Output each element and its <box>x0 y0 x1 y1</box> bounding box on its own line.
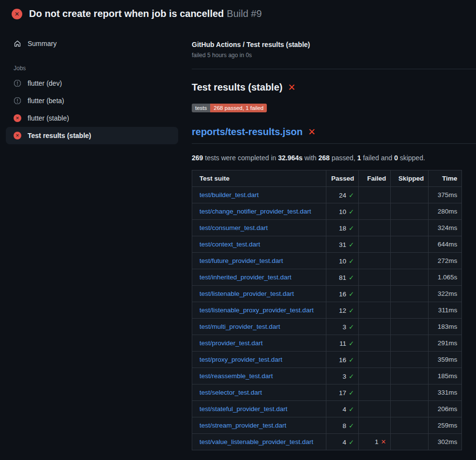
skipped-cell <box>391 187 429 203</box>
sidebar: Summary Jobs flutter (dev)flutter (beta)… <box>0 26 184 144</box>
failed-cell <box>359 335 391 352</box>
sidebar-item-flutter-beta[interactable]: flutter (beta) <box>6 92 178 109</box>
failed-x-icon: ✕ <box>308 126 316 138</box>
passed-cell: 81✓ <box>326 269 359 286</box>
divider <box>192 143 476 144</box>
sidebar-item-test-results-stable[interactable]: ✕Test results (stable) <box>6 127 178 144</box>
table-row: test/change_notifier_provider_test.dart1… <box>192 203 462 220</box>
failed-count: 1 <box>375 438 379 445</box>
jobs-list: flutter (dev)flutter (beta)✕flutter (sta… <box>0 75 184 144</box>
failed-cell <box>359 417 391 434</box>
suite-link[interactable]: test/stateful_provider_test.dart <box>200 405 288 413</box>
suite-link[interactable]: test/stream_provider_test.dart <box>200 422 286 429</box>
passed-count: 11 <box>339 340 346 347</box>
build-number: Build #9 <box>227 8 261 19</box>
check-icon: ✓ <box>349 356 354 364</box>
suite-link[interactable]: test/listenable_provider_test.dart <box>200 290 294 297</box>
table-row: test/stateful_provider_test.dart4✓206ms <box>192 401 462 417</box>
failed-cell <box>359 253 391 269</box>
failed-x-icon: ✕ <box>288 82 295 93</box>
run-status-line: failed 5 hours ago in 0s <box>192 52 476 59</box>
job-label: flutter (dev) <box>28 79 62 87</box>
sidebar-summary-label: Summary <box>28 40 57 47</box>
neutral-octagon-icon <box>14 97 21 105</box>
failed-circle-icon: ✕ <box>14 132 21 139</box>
table-row: test/proxy_provider_test.dart16✓359ms <box>192 352 462 368</box>
passed-count: 3 <box>342 373 346 380</box>
main-content: GitHub Actions / Test results (stable) f… <box>184 26 476 450</box>
table-row: test/listenable_provider_test.dart16✓322… <box>192 286 462 302</box>
suite-link[interactable]: test/reassemble_test.dart <box>200 372 273 380</box>
passed-count: 10 <box>339 258 346 265</box>
time-cell: 183ms <box>429 319 462 335</box>
sidebar-item-flutter-dev[interactable]: flutter (dev) <box>6 75 178 92</box>
suite-cell: test/listenable_proxy_provider_test.dart <box>192 302 326 319</box>
sidebar-item-flutter-stable[interactable]: ✕flutter (stable) <box>6 109 178 127</box>
time-cell: 185ms <box>429 368 462 384</box>
failed-circle-icon: ✕ <box>14 114 21 122</box>
suite-link[interactable]: test/future_provider_test.dart <box>200 257 283 264</box>
suite-link[interactable]: test/selector_test.dart <box>200 389 262 396</box>
table-row: test/provider_test.dart11✓291ms <box>192 335 462 352</box>
report-file-link[interactable]: reports/test-results.json <box>192 126 303 138</box>
time-cell: 259ms <box>429 417 462 434</box>
table-row: test/future_provider_test.dart10✓272ms <box>192 253 462 269</box>
skipped-cell <box>391 269 429 286</box>
passed-count: 17 <box>339 389 346 397</box>
passed-cell: 31✓ <box>326 236 359 253</box>
suite-cell: test/inherited_provider_test.dart <box>192 269 326 286</box>
passed-cell: 3✓ <box>326 319 359 335</box>
passed-count: 8 <box>342 422 346 429</box>
check-icon: ✓ <box>349 373 354 380</box>
skipped-cell <box>391 236 429 253</box>
suite-link[interactable]: test/value_listenable_provider_test.dart <box>200 438 313 445</box>
suite-cell: test/multi_provider_test.dart <box>192 319 326 335</box>
page-header: ✕ Do not create report when job is cance… <box>0 0 476 26</box>
failed-status-icon: ✕ <box>12 9 22 19</box>
table-header-row: Test suitePassedFailedSkippedTime <box>192 170 462 187</box>
suite-link[interactable]: test/provider_test.dart <box>200 339 263 347</box>
skipped-cell <box>391 302 429 319</box>
skipped-cell <box>391 220 429 236</box>
check-icon: ✓ <box>349 258 354 265</box>
suite-link[interactable]: test/builder_test.dart <box>200 191 259 199</box>
skipped-cell <box>391 319 429 335</box>
neutral-octagon-icon <box>14 79 21 87</box>
skipped-cell <box>391 401 429 417</box>
passed-count: 10 <box>339 208 346 215</box>
suite-link[interactable]: test/consumer_test.dart <box>200 224 268 231</box>
table-row: test/consumer_test.dart18✓324ms <box>192 220 462 236</box>
breadcrumb: GitHub Actions / Test results (stable) <box>192 41 476 48</box>
suite-link[interactable]: test/listenable_proxy_provider_test.dart <box>200 307 314 314</box>
check-icon: ✓ <box>349 340 354 347</box>
table-row: test/stream_provider_test.dart8✓259ms <box>192 417 462 434</box>
suite-link[interactable]: test/proxy_provider_test.dart <box>200 356 282 363</box>
table-row: test/builder_test.dart24✓375ms <box>192 187 462 203</box>
check-icon: ✓ <box>349 406 354 413</box>
passed-cell: 18✓ <box>326 220 359 236</box>
passed-cell: 10✓ <box>326 253 359 269</box>
failed-cell <box>359 269 391 286</box>
suite-cell: test/change_notifier_provider_test.dart <box>192 203 326 220</box>
skipped-cell <box>391 253 429 269</box>
time-cell: 272ms <box>429 253 462 269</box>
table-row: test/reassemble_test.dart3✓185ms <box>192 368 462 384</box>
check-icon: ✓ <box>349 274 354 281</box>
failed-cell <box>359 220 391 236</box>
table-head: Test suitePassedFailedSkippedTime <box>192 170 462 187</box>
passed-cell: 12✓ <box>326 302 359 319</box>
check-icon: ✓ <box>349 389 354 397</box>
time-cell: 324ms <box>429 220 462 236</box>
report-title: reports/test-results.json ✕ <box>192 126 476 138</box>
suite-cell: test/listenable_provider_test.dart <box>192 286 326 302</box>
suite-link[interactable]: test/change_notifier_provider_test.dart <box>200 208 311 215</box>
passed-cell: 3✓ <box>326 368 359 384</box>
build-title: Do not create report when job is cancell… <box>29 8 224 19</box>
badge-label: tests <box>192 104 210 112</box>
suite-link[interactable]: test/inherited_provider_test.dart <box>200 274 292 281</box>
suite-link[interactable]: test/multi_provider_test.dart <box>200 323 280 330</box>
suite-cell: test/consumer_test.dart <box>192 220 326 236</box>
sidebar-item-summary[interactable]: Summary <box>6 35 178 52</box>
time-cell: 375ms <box>429 187 462 203</box>
suite-link[interactable]: test/context_test.dart <box>200 241 260 248</box>
